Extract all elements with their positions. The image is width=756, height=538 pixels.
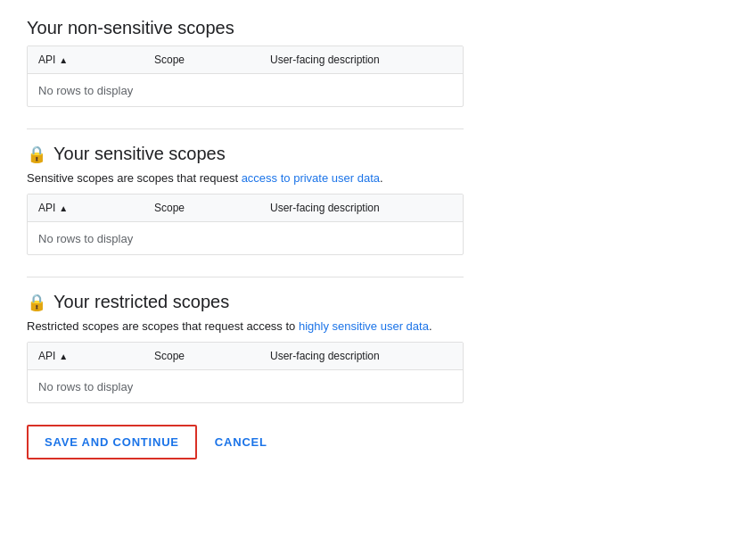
save-and-continue-button[interactable]: SAVE AND CONTINUE — [27, 425, 197, 459]
divider-2 — [27, 277, 464, 277]
sensitive-desc-text-2: . — [380, 171, 383, 185]
col-api-label-1: API — [38, 54, 55, 66]
non-sensitive-section: Your non-sensitive scopes API ▲ Scope Us… — [27, 18, 729, 107]
col-scope-2: Scope — [154, 202, 270, 214]
col-desc-2: User-facing description — [270, 202, 452, 214]
non-sensitive-table-header: API ▲ Scope User-facing description — [28, 46, 463, 74]
col-api-3[interactable]: API ▲ — [38, 350, 154, 362]
restricted-description: Restricted scopes are scopes that reques… — [27, 319, 729, 333]
sort-icon-3: ▲ — [59, 352, 68, 361]
col-api-2[interactable]: API ▲ — [38, 202, 154, 214]
restricted-no-rows: No rows to display — [38, 380, 133, 393]
col-desc-1: User-facing description — [270, 54, 452, 66]
col-desc-label-1: User-facing description — [270, 54, 380, 66]
lock-icon-sensitive: 🔒 — [27, 145, 46, 164]
non-sensitive-title: Your non-sensitive scopes — [27, 18, 729, 38]
button-row: SAVE AND CONTINUE CANCEL — [27, 425, 729, 459]
col-desc-label-2: User-facing description — [270, 202, 380, 214]
col-api-1[interactable]: API ▲ — [38, 54, 154, 66]
restricted-desc-text-1: Restricted scopes are scopes that reques… — [27, 319, 299, 333]
non-sensitive-no-rows: No rows to display — [38, 84, 133, 97]
sensitive-desc-text-1: Sensitive scopes are scopes that request — [27, 171, 242, 185]
col-scope-label-1: Scope — [154, 54, 185, 66]
col-api-label-2: API — [38, 202, 55, 214]
col-scope-label-2: Scope — [154, 202, 185, 214]
sort-icon-1: ▲ — [59, 55, 68, 65]
restricted-table-body: No rows to display — [28, 370, 463, 402]
col-api-label-3: API — [38, 350, 55, 362]
col-scope-3: Scope — [154, 350, 270, 362]
cancel-button[interactable]: CANCEL — [211, 426, 271, 458]
non-sensitive-table-body: No rows to display — [28, 74, 463, 106]
restricted-title: 🔒 Your restricted scopes — [27, 292, 729, 312]
col-scope-label-3: Scope — [154, 350, 185, 362]
non-sensitive-table: API ▲ Scope User-facing description No r… — [27, 46, 464, 107]
col-scope-1: Scope — [154, 54, 270, 66]
restricted-table-header: API ▲ Scope User-facing description — [28, 343, 463, 370]
restricted-desc-text-2: . — [429, 319, 432, 333]
sensitive-title: 🔒 Your sensitive scopes — [27, 144, 729, 164]
col-desc-label-3: User-facing description — [270, 350, 380, 362]
sort-icon-2: ▲ — [59, 203, 68, 213]
restricted-table: API ▲ Scope User-facing description No r… — [27, 342, 464, 403]
restricted-section: 🔒 Your restricted scopes Restricted scop… — [27, 292, 729, 403]
sensitive-description: Sensitive scopes are scopes that request… — [27, 171, 729, 185]
lock-icon-restricted: 🔒 — [27, 293, 46, 312]
col-desc-3: User-facing description — [270, 350, 452, 362]
sensitive-table-body: No rows to display — [28, 222, 463, 254]
sensitive-no-rows: No rows to display — [38, 232, 133, 245]
divider-1 — [27, 128, 464, 129]
sensitive-section: 🔒 Your sensitive scopes Sensitive scopes… — [27, 144, 729, 255]
sensitive-table-header: API ▲ Scope User-facing description — [28, 195, 463, 222]
sensitive-table: API ▲ Scope User-facing description No r… — [27, 194, 464, 255]
